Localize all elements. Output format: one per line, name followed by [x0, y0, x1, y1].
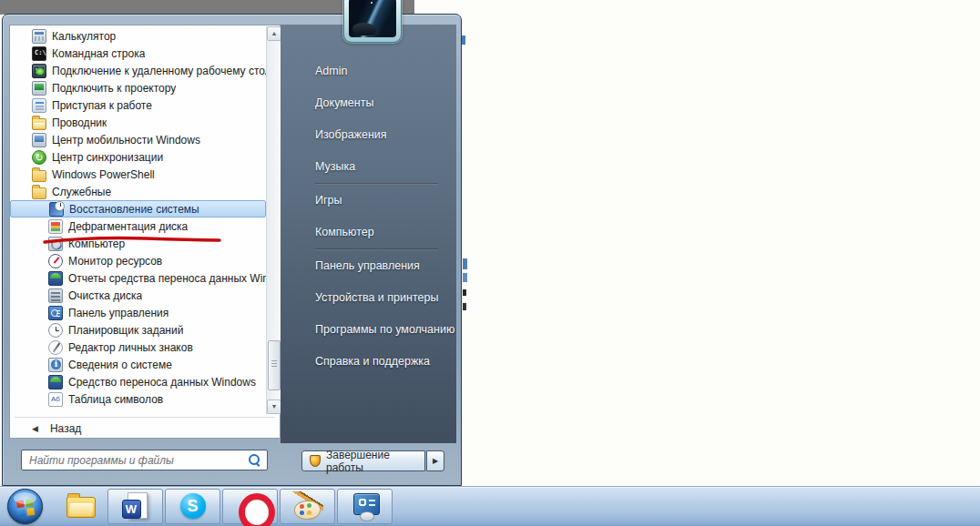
program-label: Отчеты средства переноса данных Wind	[68, 272, 266, 285]
taskbar-app-button-paint[interactable]	[280, 489, 335, 524]
back-arrow-icon: ◀	[32, 424, 38, 433]
word-icon	[120, 491, 151, 521]
background-window-fragment	[463, 258, 467, 269]
program-label: Калькулятор	[52, 30, 116, 43]
explorer-icon	[66, 497, 96, 518]
windows-logo-icon	[16, 499, 36, 517]
list-separator	[15, 417, 275, 418]
program-label: Дефрагментация диска	[68, 220, 188, 233]
skype-icon	[178, 491, 209, 521]
programs-list: Калькулятор Командная строка Подключение…	[10, 27, 266, 408]
scroll-down-button[interactable]: ▼	[267, 400, 281, 414]
scrollbar[interactable]: ▲ ▼	[266, 26, 281, 414]
program-item-transfer-reports[interactable]: Отчеты средства переноса данных Wind	[10, 269, 266, 287]
search-box[interactable]	[21, 450, 268, 470]
program-label: Таблица символов	[68, 393, 163, 406]
user-panel-item[interactable]: Справка и поддержка	[281, 346, 456, 378]
program-item-char-editor[interactable]: Редактор личных знаков	[10, 339, 266, 356]
program-item-easy-transfer[interactable]: Средство переноса данных Windows	[10, 373, 266, 390]
start-button[interactable]	[7, 489, 43, 524]
program-item-projector[interactable]: Подключить к проектору	[10, 79, 266, 96]
taskbar-apps	[56, 489, 393, 524]
opera-icon	[235, 491, 266, 521]
desktop-screen: Калькулятор Командная строка Подключение…	[0, 0, 980, 526]
resource-monitor-icon	[48, 254, 63, 268]
shutdown-options-arrow[interactable]: ▶	[426, 450, 444, 471]
program-item-defrag[interactable]: Дефрагментация диска	[10, 217, 266, 235]
program-label: Сведения о системе	[68, 359, 172, 371]
getting-started-icon	[32, 98, 46, 113]
paint-icon	[292, 491, 323, 521]
program-item-mobility-center[interactable]: Центр мобильности Windows	[10, 131, 266, 148]
search-input[interactable]	[22, 454, 247, 467]
control-panel-icon	[48, 306, 63, 320]
user-panel-item[interactable]: Устройства и принтеры	[281, 282, 456, 314]
program-item-task-scheduler[interactable]: Планировщик заданий	[10, 321, 266, 339]
back-item[interactable]: ◀ Назад	[10, 420, 280, 438]
shutdown-control: Завершение работы ▶	[301, 450, 444, 471]
program-item-folder[interactable]: Windows PowerShell	[10, 166, 266, 183]
program-item-system-restore[interactable]: Восстановление системы	[10, 200, 266, 217]
shutdown-button[interactable]: Завершение работы	[301, 450, 425, 471]
taskbar-app-button-opera[interactable]	[222, 489, 278, 524]
avatar-photo	[349, 0, 396, 37]
taskbar-app-button-display-settings[interactable]	[337, 489, 393, 524]
user-panel-item[interactable]: Компьютер	[281, 217, 456, 248]
back-label: Назад	[50, 422, 81, 435]
user-panel-item[interactable]: Программы по умолчанию	[281, 314, 456, 346]
char-editor-icon	[48, 340, 63, 355]
program-label: Командная строка	[52, 47, 145, 60]
user-panel-item[interactable]: Панель управления	[281, 250, 456, 282]
user-panel-item[interactable]: Admin	[281, 56, 456, 87]
scroll-up-button[interactable]: ▲	[267, 26, 281, 41]
search-icon[interactable]	[247, 453, 261, 468]
scrollbar-thumb[interactable]	[268, 340, 281, 390]
background-window-fragment	[463, 289, 466, 296]
program-item-remote-desktop[interactable]: Подключение к удаленному рабочему стол	[10, 62, 266, 79]
disk-cleanup-icon	[48, 288, 63, 303]
taskbar: Від мережі UK	[0, 486, 980, 526]
display-settings-icon	[350, 491, 381, 521]
programs-panel: Калькулятор Командная строка Подключение…	[9, 25, 281, 439]
folder-icon	[32, 187, 46, 199]
program-item-folder-explorer[interactable]: Проводник	[10, 114, 266, 131]
program-item-getting-started[interactable]: Приступая к работе	[10, 96, 266, 114]
cmd-icon	[32, 46, 46, 61]
program-label: Монитор ресурсов	[68, 255, 162, 268]
program-item-resource-monitor[interactable]: Монитор ресурсов	[10, 252, 266, 269]
taskbar-app-button-word[interactable]	[107, 489, 163, 524]
program-item-control-panel[interactable]: Панель управления	[10, 304, 266, 321]
background-window-fragment	[463, 273, 467, 282]
uac-shield-icon	[310, 455, 321, 467]
background-window-white	[414, 0, 980, 491]
program-item-calculator[interactable]: Калькулятор	[10, 27, 266, 45]
user-avatar[interactable]	[343, 0, 402, 43]
program-label: Средство переноса данных Windows	[68, 376, 256, 389]
program-item-system-info[interactable]: Сведения о системе	[10, 356, 266, 373]
user-panel-item[interactable]: Игры	[281, 185, 456, 217]
program-item-disk-cleanup[interactable]: Очистка диска	[10, 287, 266, 304]
taskbar-app-button-skype[interactable]	[165, 489, 220, 524]
defrag-icon	[48, 219, 63, 234]
taskbar-app-button-explorer[interactable]	[56, 489, 106, 524]
user-panel-item[interactable]: Изображения	[281, 119, 456, 151]
program-item-sync-center[interactable]: Центр синхронизации	[10, 148, 266, 166]
program-label: Проводник	[52, 116, 107, 129]
program-item-charmap[interactable]: Таблица символов	[10, 390, 266, 408]
folder-icon	[32, 170, 46, 182]
program-label: Подключить к проектору	[52, 82, 176, 95]
computer-icon	[48, 237, 63, 251]
start-menu: Калькулятор Командная строка Подключение…	[2, 14, 462, 486]
program-label: Панель управления	[68, 307, 168, 319]
program-item-folder[interactable]: Служебные	[10, 183, 266, 200]
program-label: Windows PowerShell	[52, 168, 155, 181]
program-item-computer[interactable]: Компьютер	[10, 235, 266, 252]
program-label: Редактор личных знаков	[68, 341, 193, 354]
calculator-icon	[32, 29, 46, 44]
program-label: Компьютер	[68, 238, 125, 250]
program-label: Планировщик заданий	[68, 324, 183, 337]
program-item-cmd[interactable]: Командная строка	[10, 45, 266, 62]
background-window-fragment	[463, 303, 466, 310]
user-panel-item[interactable]: Музыка	[281, 151, 456, 183]
user-panel-item[interactable]: Документы	[281, 87, 456, 119]
